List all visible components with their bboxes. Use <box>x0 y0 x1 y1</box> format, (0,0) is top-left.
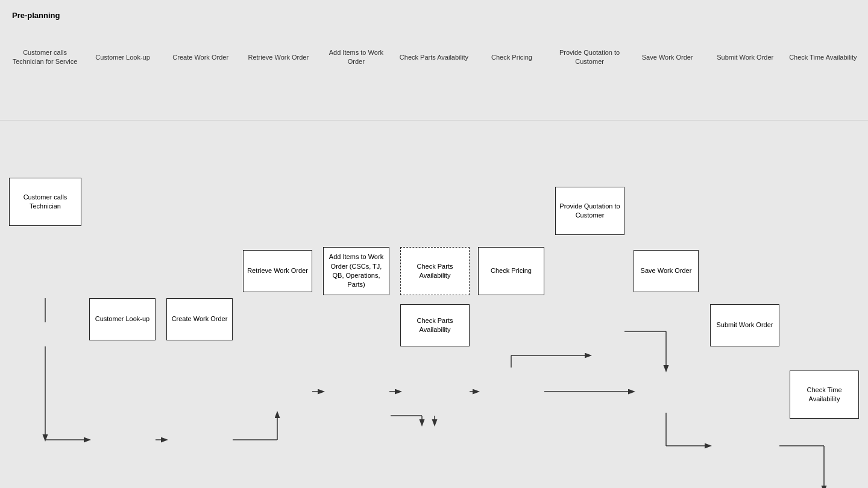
box-add-items: Add Items to Work Order (CSCs, TJ, QB, O… <box>323 247 389 295</box>
box-customer-calls: Customer calls Technician <box>9 178 81 226</box>
box-customer-lookup: Customer Look-up <box>89 298 156 340</box>
box-check-parts-dashed: Check Parts Availability <box>400 247 470 295</box>
header-label-customer-calls: Customer calls Technician for Service <box>9 48 81 67</box>
header-label-provide-quotation: Provide Quotation to Customer <box>553 48 626 67</box>
page-title: Pre-planning <box>12 11 60 20</box>
header-label-check-pricing: Check Pricing <box>476 53 548 62</box>
header-label-save-work-order: Save Work Order <box>631 53 703 62</box>
box-retrieve-work-order: Retrieve Work Order <box>243 250 312 292</box>
header-label-check-time: Check Time Availability <box>787 53 859 62</box>
box-provide-quotation: Provide Quotation to Customer <box>555 187 624 235</box>
header-label-check-parts: Check Parts Availability <box>398 53 470 62</box>
box-check-pricing: Check Pricing <box>478 247 544 295</box>
header-labels: Customer calls Technician for Service Cu… <box>0 48 868 67</box>
box-create-work-order: Create Work Order <box>166 298 233 340</box>
header-label-create-work-order: Create Work Order <box>165 53 237 62</box>
header-label-customer-lookup: Customer Look-up <box>87 53 159 62</box>
header-bar: Pre-planning Customer calls Technician f… <box>0 0 868 120</box>
box-check-time-availability: Check Time Availability <box>790 371 859 419</box>
header-label-add-items: Add Items to Work Order <box>320 48 392 67</box>
header-label-submit-work-order: Submit Work Order <box>709 53 781 62</box>
diagram-area: Customer calls Technician Customer Look-… <box>0 120 868 488</box>
header-label-retrieve-work-order: Retrieve Work Order <box>242 53 315 62</box>
box-submit-work-order: Submit Work Order <box>710 304 779 346</box>
box-check-parts-below: Check Parts Availability <box>400 304 470 346</box>
box-save-work-order: Save Work Order <box>634 250 699 292</box>
